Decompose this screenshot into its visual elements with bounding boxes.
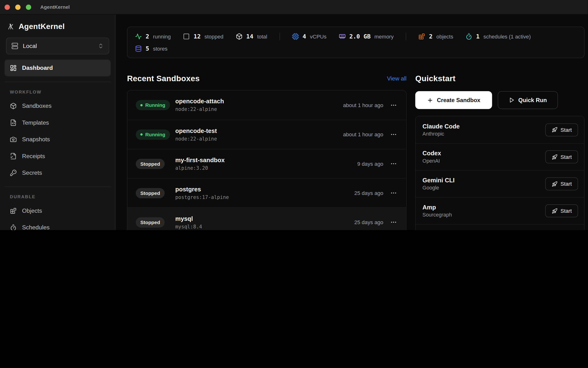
sandbox-time: 25 days ago	[354, 190, 383, 196]
agent-provider: Anthropic	[423, 131, 460, 137]
rocket-icon	[552, 127, 558, 132]
sandbox-image: mysql:8.4	[175, 224, 354, 229]
quick-run-label: Quick Run	[518, 97, 547, 103]
sandbox-name: opencode-test	[175, 128, 343, 134]
recent-sandboxes-title: Recent Sandboxes	[127, 74, 200, 83]
sandbox-row[interactable]: Running opencode-attach node:22-alpine a…	[127, 91, 406, 120]
sandbox-row[interactable]: Stopped my-first-sandbox alpine:3.20 9 d…	[127, 149, 406, 178]
environment-selector-value: Local	[23, 43, 37, 49]
row-menu-button[interactable]	[390, 131, 398, 138]
activity-icon	[135, 33, 142, 40]
close-window-button[interactable]	[5, 4, 10, 9]
sidebar-item-schedules[interactable]: Schedules	[5, 219, 111, 230]
status-badge: Stopped	[136, 188, 165, 198]
stat-value: 12	[193, 33, 201, 40]
stats-separator	[406, 33, 406, 40]
stats-bar: 2 running 12 stopped 14 total	[127, 27, 584, 58]
titlebar: AgentKernel	[0, 0, 588, 15]
sandbox-row[interactable]: Stopped postgres postgres:17-alpine 25 d…	[127, 178, 406, 207]
main-content: 2 running 12 stopped 14 total	[115, 15, 588, 230]
status-badge: Running	[136, 129, 170, 140]
start-button[interactable]: Start	[545, 123, 578, 136]
sidebar-item-label: Objects	[22, 208, 42, 214]
view-all-link[interactable]: View all	[387, 75, 407, 82]
quick-run-button[interactable]: Quick Run	[498, 91, 558, 109]
stat-label: vCPUs	[310, 34, 327, 40]
minimize-window-button[interactable]	[15, 4, 20, 9]
sidebar-item-label: Schedules	[22, 224, 50, 230]
sidebar-item-label: Snapshots	[22, 136, 50, 143]
stat-label: memory	[374, 34, 394, 40]
quickstart-item: Claude Code Anthropic Start	[416, 116, 584, 143]
start-button[interactable]: Start	[545, 177, 578, 190]
stat-label: objects	[436, 34, 453, 40]
sidebar-item-dashboard[interactable]: Dashboard	[5, 60, 111, 76]
sidebar-item-sandboxes[interactable]: Sandboxes	[5, 98, 111, 114]
row-menu-button[interactable]	[390, 189, 398, 197]
environment-selector[interactable]: Local	[6, 37, 109, 54]
quickstart-title: Quickstart	[415, 74, 455, 83]
blocks-icon	[418, 33, 425, 40]
sidebar-item-objects[interactable]: Objects	[5, 202, 111, 219]
ellipsis-icon	[390, 219, 397, 226]
sandbox-time: about 1 hour ago	[343, 102, 383, 108]
camera-icon	[10, 136, 17, 143]
sandbox-name: mysql	[175, 215, 354, 222]
stat-objects: 2 objects	[418, 33, 453, 40]
sidebar-item-label: Dashboard	[22, 64, 53, 72]
key-icon	[10, 169, 17, 176]
stat-total: 14 total	[236, 33, 267, 40]
create-sandbox-button[interactable]: Create Sandbox	[415, 91, 492, 109]
logo: AgentKernel	[0, 15, 115, 38]
sandbox-image: postgres:17-alpine	[175, 194, 354, 200]
sandbox-time: 9 days ago	[357, 161, 383, 167]
sandbox-time: 25 days ago	[354, 219, 383, 225]
sandbox-image: alpine:3.20	[175, 165, 358, 171]
status-badge: Running	[136, 100, 170, 110]
timer-icon	[465, 33, 472, 40]
window-controls	[0, 4, 31, 9]
sandbox-row[interactable]: Stopped mysql mysql:8.4 25 days ago	[127, 208, 406, 230]
sandbox-row[interactable]: Running opencode-test node:22-alpine abo…	[127, 120, 406, 149]
ellipsis-icon	[390, 189, 397, 196]
stat-value: 5	[146, 45, 149, 52]
start-label: Start	[560, 208, 572, 214]
agent-name: Codex	[423, 150, 441, 157]
start-button[interactable]: Start	[545, 150, 578, 163]
plus-icon	[427, 97, 433, 103]
stat-stopped: 12 stopped	[183, 33, 223, 40]
sidebar-item-label: Templates	[22, 119, 49, 126]
row-menu-button[interactable]	[390, 218, 398, 226]
app-window: AgentKernel AgentKernel Local Dashboard …	[0, 0, 588, 230]
stat-label: stopped	[204, 34, 223, 40]
box-icon	[10, 102, 17, 110]
start-label: Start	[560, 127, 572, 133]
stat-value: 14	[246, 33, 253, 40]
quickstart-item: Amp Sourcegraph Start	[416, 197, 584, 224]
stat-stores: 5 stores	[135, 45, 168, 52]
start-button[interactable]: Start	[545, 204, 578, 217]
sidebar-item-label: Receipts	[22, 153, 45, 160]
window-title: AgentKernel	[40, 4, 70, 10]
start-label: Start	[560, 154, 572, 160]
agent-name: Gemini CLI	[423, 177, 455, 184]
sidebar-item-receipts[interactable]: Receipts	[5, 148, 111, 164]
sandbox-name: my-first-sandbox	[175, 157, 358, 164]
stat-value: 2	[146, 33, 149, 40]
row-menu-button[interactable]	[390, 101, 398, 109]
sidebar-item-label: Sandboxes	[22, 102, 52, 110]
ellipsis-icon	[390, 102, 397, 109]
dashboard-icon	[10, 64, 17, 72]
square-icon	[183, 33, 190, 40]
sidebar-item-templates[interactable]: Templates	[5, 114, 111, 131]
stat-value: 4	[303, 33, 306, 40]
sidebar-item-secrets[interactable]: Secrets	[5, 165, 111, 181]
quickstart-list: Claude Code Anthropic Start Codex	[415, 116, 584, 230]
stat-label: stores	[153, 46, 168, 52]
sidebar-item-snapshots[interactable]: Snapshots	[5, 131, 111, 148]
row-menu-button[interactable]	[390, 160, 398, 168]
zoom-window-button[interactable]	[26, 4, 31, 9]
blocks-icon	[10, 208, 17, 214]
memory-stick-icon	[339, 33, 346, 40]
quickstart-item: Codex OpenAI Start	[416, 143, 584, 170]
